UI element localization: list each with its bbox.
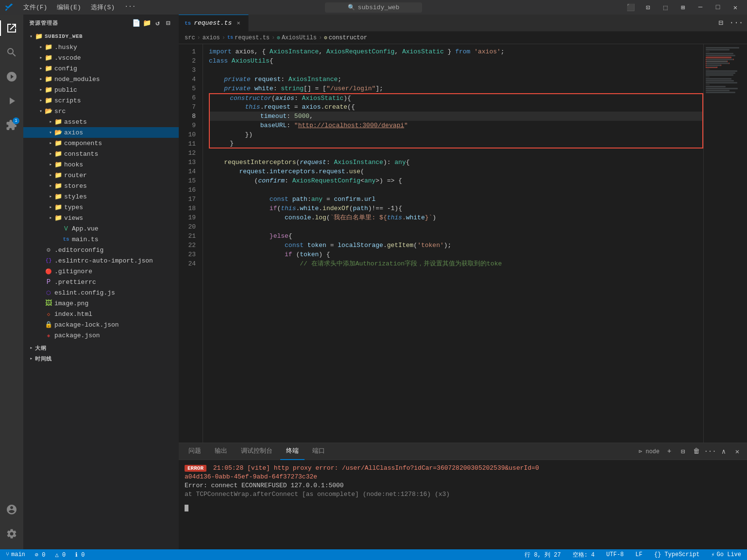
split-editor-btn[interactable]: ⊟ (714, 16, 728, 30)
panel-tab-output[interactable]: 输出 (209, 443, 233, 460)
panel-tab-problems[interactable]: 问题 (183, 443, 207, 460)
minimize-btn[interactable]: ─ (694, 2, 707, 13)
sidebar-item-maints[interactable]: ▾ ts main.ts (23, 234, 179, 245)
components-folder-icon: 📁 (54, 139, 62, 147)
tree-root[interactable]: ▾ 📁 SUBSIDY_WEB (23, 31, 179, 42)
layout-toggle-btn[interactable]: ⊡ (641, 2, 655, 13)
activity-run[interactable] (0, 89, 23, 113)
sidebar-item-stores[interactable]: ▾ 📁 stores (23, 181, 179, 191)
sidebar-item-src[interactable]: ▾ 📂 src (23, 106, 179, 116)
breadcrumb-class[interactable]: ⊙ AxiosUtils (277, 34, 317, 41)
menu-file[interactable]: 文件(F) (19, 2, 51, 13)
activity-extensions[interactable]: 1 (0, 114, 23, 137)
statusbar-language[interactable]: {} TypeScript (652, 549, 702, 560)
sidebar-item-eslintconfig[interactable]: ▾ ⬡ eslint.config.js (23, 287, 179, 298)
sidebar-item-config[interactable]: ▾ 📁 config (23, 63, 179, 74)
statusbar-indent[interactable]: 空格: 4 (571, 549, 597, 560)
collapse-all-btn[interactable]: ⊟ (164, 18, 173, 27)
sidebar-item-outline[interactable]: ▾ 大纲 (23, 343, 179, 353)
activity-search[interactable] (0, 41, 23, 64)
encoding-label: UTF-8 (606, 551, 624, 558)
sidebar-item-packagejson[interactable]: ▾ ◈ package.json (23, 330, 179, 341)
activity-settings[interactable] (0, 522, 23, 545)
new-folder-btn[interactable]: 📁 (143, 18, 152, 27)
styles-label: styles (64, 193, 87, 200)
tab-request-ts[interactable]: ts request.ts ✕ (179, 15, 249, 32)
sidebar-toggle-btn[interactable]: ⬛ (624, 2, 637, 13)
split-toggle-btn[interactable]: ⬚ (659, 2, 672, 13)
titlebar-search-text: subsidy_web (358, 4, 400, 11)
sidebar-item-imagepng[interactable]: ▾ 🖼 image.png (23, 298, 179, 309)
statusbar-position[interactable]: 行 8, 列 27 (523, 549, 562, 560)
sidebar-item-views[interactable]: ▾ 📁 views (23, 213, 179, 223)
extensions-badge: 1 (13, 117, 19, 124)
refresh-btn[interactable]: ↺ (153, 18, 162, 27)
sidebar-item-scripts[interactable]: ▾ 📁 scripts (23, 95, 179, 106)
titlebar-right: ⬛ ⊡ ⬚ ⊞ ─ □ ✕ (422, 2, 742, 13)
split-terminal-btn[interactable]: ⊟ (677, 445, 689, 457)
maximize-btn[interactable]: □ (711, 2, 725, 13)
menu-more[interactable]: ··· (120, 2, 139, 13)
menu-edit[interactable]: 编辑(E) (53, 2, 85, 13)
sidebar-item-assets[interactable]: ▾ 📁 assets (23, 116, 179, 127)
maximize-panel-btn[interactable]: ∧ (718, 445, 730, 457)
sidebar-item-indexhtml[interactable]: ▾ ◇ index.html (23, 309, 179, 319)
new-terminal-btn[interactable]: + (663, 445, 675, 457)
code-content[interactable]: import axios, { AxiosInstance, AxiosRequ… (203, 44, 703, 443)
close-panel-btn[interactable]: ✕ (731, 445, 743, 457)
sidebar-item-types[interactable]: ▾ 📁 types (23, 202, 179, 213)
panel-tab-ports[interactable]: 端口 (306, 443, 331, 460)
sidebar-item-appvue[interactable]: ▾ V App.vue (23, 223, 179, 234)
sidebar-item-packagelock[interactable]: ▾ 🔒 package-lock.json (23, 319, 179, 330)
activity-explorer[interactable] (0, 16, 23, 40)
terminal-content[interactable]: ERROR 21:05:28 [vite] http proxy error: … (179, 460, 747, 549)
root-icon: 📁 (35, 33, 43, 40)
code-line-12 (209, 148, 703, 158)
sidebar-item-prettierrc[interactable]: ▾ P .prettierrc (23, 277, 179, 287)
statusbar-errors[interactable]: ⊘ 0 (33, 549, 48, 560)
menu-select[interactable]: 选择(S) (87, 2, 119, 13)
breadcrumb-axios[interactable]: axios (203, 34, 220, 41)
breadcrumb-sep3: › (272, 34, 275, 41)
sidebar-item-router[interactable]: ▾ 📁 router (23, 170, 179, 181)
more-actions-btn[interactable]: ··· (730, 16, 743, 30)
sidebar-item-gitignore[interactable]: ▾ 🔴 .gitignore (23, 266, 179, 277)
statusbar-encoding[interactable]: UTF-8 (604, 549, 626, 560)
terminal-cursor (185, 505, 188, 511)
sidebar-item-constants[interactable]: ▾ 📁 constants (23, 148, 179, 159)
sidebar-item-eslintauto[interactable]: ▾ {} .eslintrc-auto-import.json (23, 255, 179, 266)
activity-git[interactable] (0, 65, 23, 88)
breadcrumb-file[interactable]: ts request.ts (227, 34, 270, 41)
breadcrumb-src[interactable]: src (185, 34, 195, 41)
sidebar-item-hooks[interactable]: ▾ 📁 hooks (23, 159, 179, 170)
vscode-arrow: ▾ (37, 54, 45, 62)
sidebar-item-editorconfig[interactable]: ▾ ⚙ .editorconfig (23, 245, 179, 255)
sidebar-item-nodemodules[interactable]: ▾ 📁 node_modules (23, 74, 179, 84)
code-editor[interactable]: 1 2 3 4 5 6 7 8 9 10 11 12 13 14 15 16 1 (179, 44, 747, 443)
sidebar-item-axios[interactable]: ▾ 📂 axios (23, 127, 179, 138)
more-terminal-btn[interactable]: ··· (704, 445, 716, 457)
titlebar-search[interactable]: 🔍 subsidy_web (325, 2, 422, 13)
activity-account[interactable] (0, 498, 23, 521)
sidebar-item-public[interactable]: ▾ 📁 public (23, 84, 179, 95)
sidebar-item-components[interactable]: ▾ 📁 components (23, 138, 179, 148)
statusbar-golive[interactable]: ⚡ Go Live (709, 549, 743, 560)
sidebar-item-husky[interactable]: ▾ 📁 .husky (23, 42, 179, 52)
close-btn[interactable]: ✕ (729, 2, 742, 13)
panel-tab-debug[interactable]: 调试控制台 (235, 443, 278, 460)
new-file-btn[interactable]: 📄 (132, 18, 141, 27)
statusbar-eol[interactable]: LF (633, 549, 644, 560)
sidebar-item-timeline[interactable]: ▾ 时间线 (23, 353, 179, 364)
code-line-20 (209, 222, 703, 231)
sidebar-item-vscode[interactable]: ▾ 📁 .vscode (23, 52, 179, 63)
sidebar-item-styles[interactable]: ▾ 📁 styles (23, 191, 179, 202)
statusbar-warnings[interactable]: △ 0 (53, 549, 68, 560)
tab-close-btn[interactable]: ✕ (235, 19, 242, 27)
statusbar-git[interactable]: ⑂ main (4, 549, 27, 560)
panel-tab-terminal[interactable]: 终端 (280, 443, 305, 460)
kill-terminal-btn[interactable]: 🗑 (691, 445, 702, 457)
stores-folder-icon: 📁 (54, 182, 62, 190)
grid-toggle-btn[interactable]: ⊞ (676, 2, 690, 13)
breadcrumb-constructor[interactable]: ⚙ constructor (324, 34, 367, 41)
statusbar-info[interactable]: ℹ 0 (73, 549, 86, 560)
